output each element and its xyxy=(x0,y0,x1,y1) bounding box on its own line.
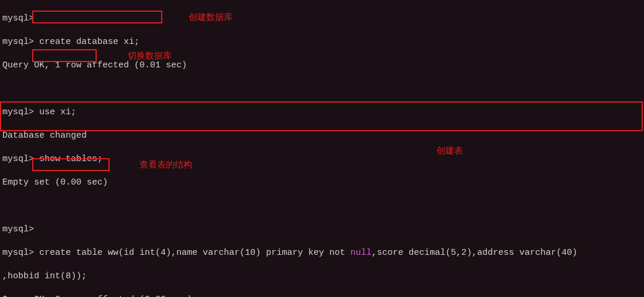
blank-line xyxy=(2,200,642,212)
create-table-cmd-2: ,hobbid int(8)); xyxy=(2,271,642,282)
db-changed: Database changed xyxy=(2,130,642,142)
create-table-cmd-1: mysql> create table ww(id int(4),name va… xyxy=(2,247,642,259)
create-table-text-b: ,score decimal(5,2),address varchar(40) xyxy=(372,248,577,258)
prompt-line: mysql> xyxy=(2,13,642,25)
empty-set: Empty set (0.00 sec) xyxy=(2,177,642,189)
use-db-cmd: mysql> use xi; xyxy=(2,107,642,118)
prompt-line: mysql> xyxy=(2,224,642,235)
show-tables-cmd: mysql> show tables; xyxy=(2,153,642,165)
terminal-output: mysql> mysql> create database xi; Query … xyxy=(0,0,644,297)
create-table-text-a: mysql> create table ww(id int(4),name va… xyxy=(2,248,350,258)
create-database-cmd: mysql> create database xi; xyxy=(2,36,642,48)
blank-line xyxy=(2,83,642,95)
query-ok-2: Query OK, 0 rows affected (0.00 sec) xyxy=(2,294,642,297)
null-keyword: null xyxy=(350,248,372,258)
query-ok-1: Query OK, 1 row affected (0.01 sec) xyxy=(2,60,642,71)
